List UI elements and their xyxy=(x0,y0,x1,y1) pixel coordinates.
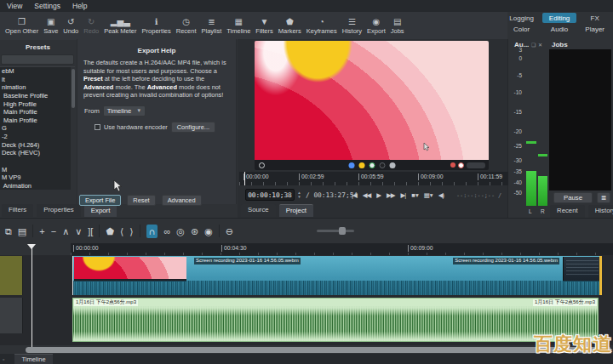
timeline-tool-paste[interactable]: ▤ xyxy=(18,225,26,237)
preset-item[interactable]: Animation xyxy=(0,182,75,190)
transport-button-stop[interactable]: ■ ▾ xyxy=(411,191,417,199)
toolbar-button-filters[interactable]: ▼ Filters xyxy=(253,16,275,36)
preset-item[interactable]: -2 xyxy=(0,133,75,141)
layout-button[interactable]: FX xyxy=(578,13,611,23)
layout-button[interactable]: Editing xyxy=(542,13,576,23)
dock-tab[interactable]: Filters xyxy=(2,204,33,217)
advanced-button[interactable]: Advanced xyxy=(162,195,202,206)
preset-item[interactable]: Deck (HEVC) xyxy=(0,149,75,157)
timeline-tool-append[interactable]: + xyxy=(39,225,44,237)
toolbar-button-peak-meter[interactable]: ▂▅▃ Peak Meter xyxy=(101,16,139,36)
timeline-tool-zoom-out[interactable]: ⊖ xyxy=(226,225,233,237)
clip-selection-edge[interactable] xyxy=(599,256,602,295)
transport-button-fast-forward[interactable]: ▶▶ xyxy=(387,191,395,199)
timeline-tool-split[interactable]: ][ xyxy=(88,225,93,237)
player-playhead[interactable] xyxy=(244,172,245,185)
jobs-menu-button[interactable]: ≣ xyxy=(597,192,610,203)
timeline-tool-scrub[interactable]: ∞ xyxy=(163,225,170,237)
hardware-encoder-checkbox[interactable] xyxy=(95,124,100,130)
toolbar-button-undo[interactable]: ↺ Undo xyxy=(60,16,81,36)
transport-button-play[interactable]: ▶ xyxy=(376,191,381,199)
preset-item[interactable]: nimation xyxy=(0,83,75,92)
toolbar-button-open-other[interactable]: ❐ Open Other xyxy=(3,16,41,36)
timeline-horizontal-scrollbar[interactable] xyxy=(26,347,611,353)
timeline-tool[interactable] xyxy=(32,225,33,237)
reset-button[interactable]: Reset xyxy=(127,195,155,206)
timeline-ruler[interactable]: 00:00:00 00:04:30 00:09:00 xyxy=(71,243,613,255)
float-panel-icon[interactable]: ❏ xyxy=(531,42,536,48)
player-tab[interactable]: Project xyxy=(279,204,313,217)
transport-button-volume[interactable]: ◀) xyxy=(438,191,444,199)
toolbar-button-export[interactable]: ◉ Export xyxy=(364,16,388,36)
timeline-tool-prev-marker[interactable]: ⟨ xyxy=(120,225,123,237)
timeline-tool-ripple-delete[interactable]: − xyxy=(51,225,56,237)
audio-track-header[interactable] xyxy=(0,298,23,333)
preset-list-scrollbar-thumb[interactable] xyxy=(72,69,75,108)
timeline-tool-overwrite[interactable]: ∨ xyxy=(75,225,82,237)
preset-item[interactable] xyxy=(0,157,75,166)
toolbar-button-keyframes[interactable]: ◔ Keyframes xyxy=(304,16,340,36)
timecode-spinner[interactable]: ▲▼ xyxy=(296,189,302,201)
zoom-slider-thumb[interactable] xyxy=(339,227,346,235)
transport-button-skip-to-end[interactable]: ▶| xyxy=(401,191,406,199)
preset-item[interactable]: lt xyxy=(0,76,75,84)
video-track-header[interactable] xyxy=(0,256,23,295)
preset-item[interactable]: M xyxy=(0,166,75,174)
layout-button[interactable]: Audio xyxy=(542,24,576,34)
configure-button[interactable]: Configure... xyxy=(171,122,215,133)
close-panel-icon[interactable]: ✕ xyxy=(538,42,542,48)
timeline-tool[interactable] xyxy=(219,225,220,237)
menu-item[interactable]: View xyxy=(7,2,22,10)
transport-button-rewind[interactable]: ◀◀ xyxy=(363,191,371,199)
toolbar-button-save[interactable]: ▣ Save xyxy=(41,16,60,36)
timeline-tool-ripple-all-tracks[interactable]: ⊛ xyxy=(191,225,198,237)
transport-button-skip-to-start[interactable]: |◀ xyxy=(352,191,357,199)
preset-item[interactable]: G xyxy=(0,124,75,133)
toolbar-button-history[interactable]: ☰ History xyxy=(340,16,364,36)
position-timecode-field[interactable]: 00:00:10;38 xyxy=(245,189,295,201)
timeline-tool-snap[interactable]: ∩ xyxy=(146,225,158,238)
preset-item[interactable]: Main Profile xyxy=(0,117,75,125)
timeline-tool-copy[interactable]: ⧉ xyxy=(5,225,12,237)
toolbar-button-recent[interactable]: ◷ Recent xyxy=(174,16,199,36)
preset-item[interactable]: Deck (H.264) xyxy=(0,141,75,150)
layout-button[interactable]: Player xyxy=(578,24,611,34)
timeline-bottom-tab[interactable]: Timeline xyxy=(14,354,52,364)
audio-clip[interactable]: 1月16日 下午2点56分.mp3 1月16日 下午2点56分.mp3 xyxy=(72,298,599,342)
player-time-ruler[interactable]: 00:00:00 00:02:59 00:05:59 00:09:00 00:1… xyxy=(239,172,508,185)
toolbar-button-markers[interactable]: ⬟ Markers xyxy=(276,16,304,36)
jobs-list[interactable] xyxy=(549,49,611,191)
timeline-zoom-slider[interactable] xyxy=(317,230,354,232)
menu-item[interactable]: Help xyxy=(72,2,87,10)
from-dropdown[interactable]: Timeline▼ xyxy=(103,105,146,117)
preset-item[interactable]: Main Profile xyxy=(0,108,75,117)
right-dock-tab[interactable]: History xyxy=(588,205,613,218)
layout-button[interactable]: Color xyxy=(502,24,540,34)
preset-search-input[interactable] xyxy=(1,54,74,65)
dock-tab[interactable]: Properties xyxy=(37,204,81,217)
timeline-tool-lift[interactable]: ∧ xyxy=(62,225,69,237)
timeline-tool-ripple-markers[interactable]: ◉ xyxy=(204,225,213,237)
player-tab[interactable]: Source xyxy=(241,204,276,217)
timeline-playhead[interactable] xyxy=(32,244,32,347)
toolbar-button-redo[interactable]: ↻ Redo xyxy=(81,16,101,36)
toolbar-button-timeline[interactable]: ▦ Timeline xyxy=(224,16,253,36)
right-dock-tab[interactable]: Recent xyxy=(550,205,585,218)
timeline-tool-next-marker[interactable]: ⟩ xyxy=(129,225,133,237)
preset-item[interactable]: ebM xyxy=(0,67,75,76)
layout-button[interactable]: Logging xyxy=(502,13,540,23)
toolbar-button-jobs[interactable]: ▤ Jobs xyxy=(388,16,407,36)
timeline-tool-ripple[interactable]: ◎ xyxy=(176,225,185,237)
transport-button-grid-display[interactable]: ▦ ▾ xyxy=(424,191,433,199)
video-clip[interactable]: Screen recording 2023-01-16 14.56.05.web… xyxy=(72,256,602,295)
timeline-tool-marker[interactable]: ⬟ xyxy=(106,225,114,237)
timeline-tool[interactable] xyxy=(99,225,100,237)
toolbar-button-playlist[interactable]: ≣ Playlist xyxy=(199,16,225,36)
pause-button[interactable]: Pause xyxy=(553,192,593,203)
preset-item[interactable]: M VP9 xyxy=(0,173,75,182)
timeline-tool[interactable] xyxy=(140,225,140,237)
dock-tab[interactable]: Export xyxy=(84,204,117,217)
preset-item[interactable]: Baseline Profile xyxy=(0,92,75,100)
export-file-button[interactable]: Export File xyxy=(79,195,121,206)
menu-item[interactable]: Settings xyxy=(34,2,60,10)
